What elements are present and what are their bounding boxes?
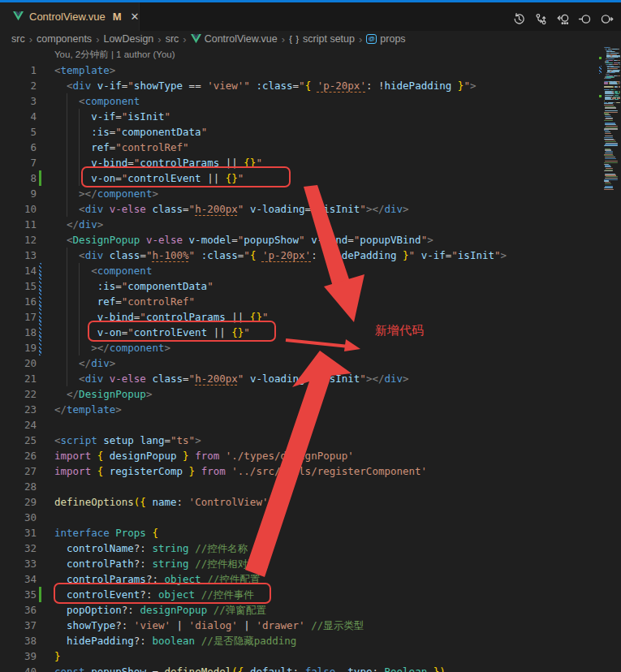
code-line[interactable]: 40const popupShow = defineModel({ defaul… <box>0 664 621 672</box>
code-line[interactable]: 18v-on="controlEvent || {}" <box>0 325 621 340</box>
line-number[interactable]: 30 <box>0 510 37 525</box>
line-number[interactable]: 37 <box>0 618 37 633</box>
line-number[interactable]: 24 <box>0 417 37 433</box>
breadcrumb-item-props[interactable]: @props <box>366 33 405 45</box>
code-line[interactable]: 17v-bind="controlParams || {}" <box>0 309 621 325</box>
minimap[interactable] <box>598 47 621 672</box>
code-line[interactable]: 23</template> <box>0 402 621 417</box>
line-number[interactable]: 4 <box>0 109 37 124</box>
open-changes-icon[interactable] <box>552 10 574 29</box>
code-line[interactable]: 13<div class="h-100%" :class="{ 'p-20px'… <box>0 248 621 263</box>
code-line[interactable]: 39} <box>0 648 621 664</box>
code-line[interactable]: 36popOption?: designPopup //弹窗配置 <box>0 602 621 618</box>
line-number[interactable]: 10 <box>0 201 37 217</box>
line-number[interactable]: 16 <box>0 294 37 309</box>
line-number[interactable]: 14 <box>0 263 37 278</box>
breadcrumb-item-script-setup[interactable]: { }script setup <box>289 33 355 45</box>
minimap-line <box>606 126 618 127</box>
code-line[interactable]: 14<component <box>0 263 621 278</box>
line-number[interactable]: 23 <box>0 402 37 417</box>
code-line[interactable]: 12<DesignPopup v-else v-model="popupShow… <box>0 232 621 248</box>
code-line[interactable]: 33controlPath?: string //控件相对路径 <box>0 556 621 571</box>
source-control-graph-icon[interactable] <box>530 10 552 29</box>
close-icon[interactable]: ✕ <box>131 11 140 23</box>
code-line[interactable]: 35controlEvent?: object //控件事件 <box>0 587 621 602</box>
line-number[interactable]: 29 <box>0 494 37 510</box>
code-line[interactable]: 16ref="controlRef" <box>0 294 621 309</box>
code-line[interactable]: 26import { designPopup } from './types/d… <box>0 448 621 463</box>
code-line[interactable]: 7v-bind="controlParams || {}" <box>0 155 621 170</box>
code-line[interactable]: 38hidePadding?: boolean //是否隐藏padding <box>0 633 621 648</box>
history-icon[interactable] <box>508 10 530 29</box>
code-line[interactable]: 11</div> <box>0 217 621 232</box>
breadcrumb-item-src[interactable]: src <box>166 33 179 45</box>
breadcrumb-item-lowdesign[interactable]: LowDesign <box>103 33 153 45</box>
line-number[interactable]: 39 <box>0 648 37 664</box>
code-line[interactable]: 34controlParams?: object //控件配置 <box>0 571 621 587</box>
line-number[interactable]: 27 <box>0 463 37 479</box>
code-line[interactable]: 29defineOptions({ name: 'ControlView' }) <box>0 494 621 510</box>
line-number[interactable]: 32 <box>0 541 37 556</box>
line-number[interactable]: 18 <box>0 325 37 340</box>
code-line[interactable]: 24 <box>0 417 621 433</box>
code-line[interactable]: 19></component> <box>0 340 621 355</box>
line-number[interactable]: 28 <box>0 479 37 494</box>
code-line[interactable]: 25<script setup lang="ts"> <box>0 433 621 448</box>
line-number[interactable]: 12 <box>0 232 37 248</box>
code-line[interactable]: 3<component <box>0 93 621 109</box>
line-number[interactable]: 36 <box>0 602 37 618</box>
line-number[interactable]: 2 <box>0 78 37 93</box>
code-line[interactable]: 6ref="controlRef" <box>0 140 621 155</box>
code-line[interactable]: 15:is="componentData" <box>0 278 621 294</box>
next-change-icon[interactable] <box>596 10 618 29</box>
code-line[interactable]: 32controlName?: string //控件名称 <box>0 541 621 556</box>
code-line[interactable]: 30 <box>0 510 621 525</box>
code-line[interactable]: 1<template> <box>0 62 621 78</box>
line-number[interactable]: 25 <box>0 433 37 448</box>
code-line[interactable]: 2<div v-if="showType == 'view'" :class="… <box>0 78 621 93</box>
code-line[interactable]: 20</div> <box>0 355 621 371</box>
code-line[interactable]: 28 <box>0 479 621 494</box>
line-number[interactable]: 11 <box>0 217 37 232</box>
line-number[interactable]: 34 <box>0 571 37 587</box>
line-number[interactable]: 38 <box>0 633 37 648</box>
code-line[interactable]: 10<div v-else class="h-200px" v-loading=… <box>0 201 621 217</box>
line-number[interactable]: 19 <box>0 340 37 355</box>
code-line[interactable]: 9></component> <box>0 186 621 201</box>
tab-controlview-vue[interactable]: ControlView.vue M ✕ <box>0 2 140 31</box>
code-line[interactable]: 27import { registerComp } from '../src/u… <box>0 463 621 479</box>
line-number[interactable]: 35 <box>0 587 37 602</box>
line-number[interactable]: 6 <box>0 140 37 155</box>
line-number[interactable]: 20 <box>0 355 37 371</box>
line-number[interactable]: 15 <box>0 278 37 294</box>
line-number[interactable]: 26 <box>0 448 37 463</box>
line-number[interactable]: 1 <box>0 62 37 78</box>
line-number[interactable]: 22 <box>0 386 37 402</box>
minimap-line <box>604 170 613 171</box>
code-line[interactable]: 5:is="componentData" <box>0 124 621 140</box>
line-number[interactable]: 13 <box>0 248 37 263</box>
line-number[interactable]: 3 <box>0 93 37 109</box>
code-line[interactable]: 22</DesignPopup> <box>0 386 621 402</box>
breadcrumb-item-components[interactable]: components <box>37 33 92 45</box>
code-line[interactable]: 8v-on="controlEvent || {}" <box>0 170 621 186</box>
previous-change-icon[interactable] <box>574 10 596 29</box>
code-line[interactable]: 21<div v-else class="h-200px" v-loading=… <box>0 371 621 386</box>
line-number[interactable]: 21 <box>0 371 37 386</box>
line-number[interactable]: 7 <box>0 155 37 170</box>
code-editor[interactable]: You, 2分钟前 | 1 author (You) 1<template>2<… <box>0 47 621 672</box>
code-line[interactable]: 31interface Props { <box>0 525 621 541</box>
breadcrumb-item-controlview-vue[interactable]: ControlView.vue <box>191 33 278 45</box>
gutter-modified-indicator <box>39 340 41 355</box>
line-number[interactable]: 8 <box>0 170 37 186</box>
code-line[interactable]: 37showType?: 'view' | 'dialog' | 'drawer… <box>0 618 621 633</box>
line-number[interactable]: 9 <box>0 186 37 201</box>
line-number[interactable]: 40 <box>0 664 37 672</box>
codelens-blame[interactable]: You, 2分钟前 | 1 author (You) <box>0 47 621 62</box>
breadcrumb-item-src[interactable]: src <box>11 33 25 45</box>
line-number[interactable]: 33 <box>0 556 37 571</box>
line-number[interactable]: 5 <box>0 124 37 140</box>
line-number[interactable]: 31 <box>0 525 37 541</box>
line-number[interactable]: 17 <box>0 309 37 325</box>
code-line[interactable]: 4v-if="isInit" <box>0 109 621 124</box>
